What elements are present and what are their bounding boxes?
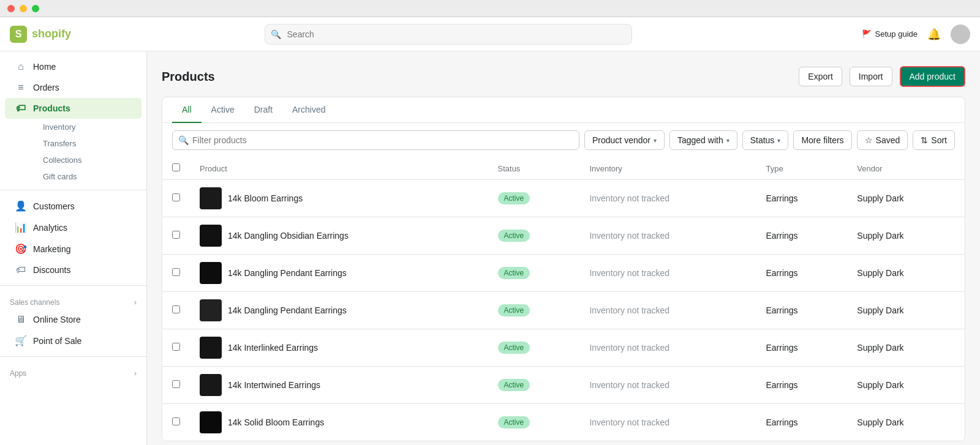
minimize-button[interactable] (20, 5, 27, 12)
row-checkbox[interactable] (172, 305, 180, 313)
vendor-value: Supply Dark (857, 268, 903, 278)
saved-button[interactable]: ☆ Saved (857, 130, 908, 150)
vendor-value: Supply Dark (857, 343, 903, 353)
status-label: Status (750, 135, 775, 145)
sort-button[interactable]: ⇅ Sort (913, 130, 955, 150)
vendor-value: Supply Dark (857, 417, 903, 427)
sidebar-label-orders: Orders (33, 83, 59, 92)
row-status-cell: Active (488, 404, 580, 441)
notifications-bell[interactable]: 🔔 (927, 28, 941, 41)
product-vendor-filter[interactable]: Product vendor ▾ (584, 130, 665, 150)
row-type-cell: Earrings (756, 255, 847, 292)
inventory-value: Inventory not tracked (589, 231, 669, 241)
table-row[interactable]: 14k Bloom Earrings Active Inventory not … (162, 180, 965, 217)
inventory-value: Inventory not tracked (589, 417, 669, 427)
sidebar-item-transfers[interactable]: Transfers (33, 135, 141, 152)
filter-products-input[interactable] (172, 130, 579, 150)
row-checkbox[interactable] (172, 231, 180, 239)
row-checkbox-cell (162, 180, 190, 217)
inventory-value: Inventory not tracked (589, 343, 669, 353)
product-thumbnail (200, 299, 222, 321)
inventory-value: Inventory not tracked (589, 268, 669, 278)
product-thumbnail (200, 374, 222, 396)
sidebar-item-marketing[interactable]: 🎯 Marketing (5, 238, 141, 260)
row-checkbox[interactable] (172, 343, 180, 351)
sidebar-item-gift-cards[interactable]: Gift cards (33, 168, 141, 185)
export-button[interactable]: Export (799, 67, 842, 86)
product-name: 14k Dangling Pendant Earrings (228, 268, 347, 278)
table-row[interactable]: 14k Intertwined Earrings Active Inventor… (162, 367, 965, 404)
vendor-value: Supply Dark (857, 193, 903, 203)
sidebar-item-discounts[interactable]: 🏷 Discounts (5, 260, 141, 280)
home-icon: ⌂ (15, 61, 27, 72)
row-checkbox[interactable] (172, 380, 180, 388)
table-row[interactable]: 14k Dangling Obsidian Earrings Active In… (162, 217, 965, 255)
chevron-down-icon-2: ▾ (726, 137, 729, 144)
sidebar-item-orders[interactable]: ≡ Orders (5, 77, 141, 98)
row-vendor-cell: Supply Dark (847, 180, 965, 217)
table-row[interactable]: 14k Solid Bloom Earrings Active Inventor… (162, 404, 965, 441)
inventory-value: Inventory not tracked (589, 193, 669, 203)
sidebar-item-customers[interactable]: 👤 Customers (5, 195, 141, 217)
online-store-icon: 🖥 (15, 314, 27, 325)
row-checkbox[interactable] (172, 417, 180, 425)
sales-channels-section: Sales channels › (0, 291, 146, 309)
row-inventory-cell: Inventory not tracked (579, 404, 756, 441)
main-content: Products Export Import Add product All A… (147, 51, 980, 445)
search-input[interactable] (265, 24, 632, 45)
sidebar-item-online-store[interactable]: 🖥 Online Store (5, 309, 141, 330)
sort-icon: ⇅ (921, 135, 928, 145)
row-status-cell: Active (488, 329, 580, 367)
row-checkbox-cell (162, 292, 190, 329)
import-button[interactable]: Import (850, 67, 892, 86)
customers-icon: 👤 (15, 200, 27, 212)
row-vendor-cell: Supply Dark (847, 292, 965, 329)
row-type-cell: Earrings (756, 404, 847, 441)
table-row[interactable]: 14k Interlinked Earrings Active Inventor… (162, 329, 965, 367)
sidebar-item-point-of-sale[interactable]: 🛒 Point of Sale (5, 330, 141, 351)
avatar[interactable] (951, 24, 970, 44)
sidebar-item-home[interactable]: ⌂ Home (5, 56, 141, 77)
maximize-button[interactable] (32, 5, 39, 12)
sidebar-item-inventory[interactable]: Inventory (33, 119, 141, 135)
product-name: 14k Interlinked Earrings (228, 343, 318, 353)
type-value: Earrings (766, 268, 797, 278)
product-thumbnail (200, 337, 222, 359)
table-row[interactable]: 14k Dangling Pendant Earrings Active Inv… (162, 255, 965, 292)
status-badge: Active (498, 342, 530, 354)
select-all-checkbox[interactable] (172, 163, 180, 171)
type-value: Earrings (766, 193, 797, 203)
tab-draft[interactable]: Draft (244, 97, 282, 123)
product-name: 14k Dangling Pendant Earrings (228, 305, 347, 315)
sidebar-item-products[interactable]: 🏷 Products (5, 98, 141, 119)
tab-all[interactable]: All (172, 97, 202, 123)
tagged-with-label: Tagged with (677, 135, 723, 145)
tab-active[interactable]: Active (202, 97, 244, 123)
row-checkbox[interactable] (172, 193, 180, 201)
table-row[interactable]: 14k Dangling Pendant Earrings Active Inv… (162, 292, 965, 329)
row-inventory-cell: Inventory not tracked (579, 292, 756, 329)
tagged-with-filter[interactable]: Tagged with ▾ (669, 130, 737, 150)
close-button[interactable] (7, 5, 15, 12)
filter-search-wrapper: 🔍 (172, 130, 579, 150)
row-status-cell: Active (488, 180, 580, 217)
row-checkbox[interactable] (172, 268, 180, 276)
more-filters-button[interactable]: More filters (793, 130, 851, 150)
add-product-button[interactable]: Add product (900, 66, 966, 87)
row-type-cell: Earrings (756, 367, 847, 404)
sidebar-label-products: Products (33, 103, 70, 113)
setup-guide-link[interactable]: 🚩 Setup guide (862, 29, 918, 39)
row-product-cell: 14k Bloom Earrings (190, 180, 488, 217)
sidebar-item-analytics[interactable]: 📊 Analytics (5, 217, 141, 238)
product-vendor-label: Product vendor (592, 135, 650, 145)
status-badge: Active (498, 192, 530, 204)
product-thumbnail (200, 225, 222, 247)
row-product-cell: 14k Dangling Pendant Earrings (190, 292, 488, 329)
row-checkbox-cell (162, 367, 190, 404)
status-filter[interactable]: Status ▾ (742, 130, 789, 150)
product-name: 14k Solid Bloom Earrings (228, 417, 324, 427)
sidebar-item-collections[interactable]: Collections (33, 152, 141, 168)
sidebar: ⌂ Home ≡ Orders 🏷 Products Inventory Tra… (0, 51, 147, 445)
tab-archived[interactable]: Archived (282, 97, 335, 123)
type-value: Earrings (766, 417, 797, 427)
